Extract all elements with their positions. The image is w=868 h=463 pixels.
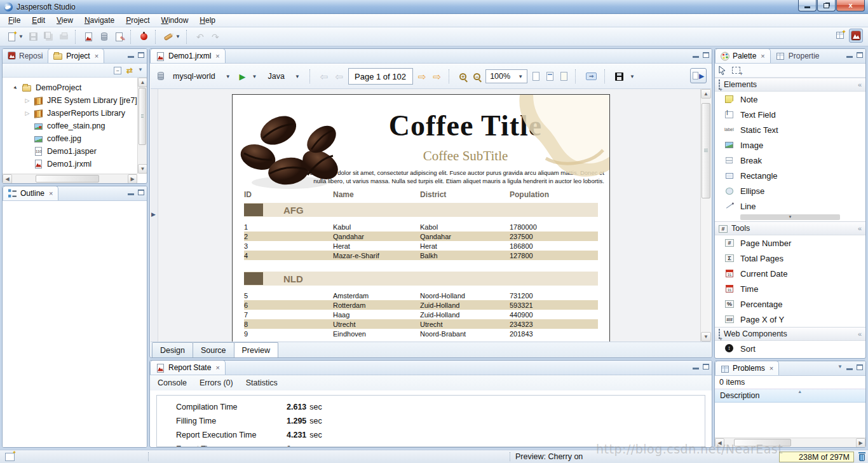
editor-tab-design[interactable]: Design: [152, 342, 193, 357]
restore-button[interactable]: [817, 0, 836, 11]
maximize-view-icon[interactable]: [703, 364, 709, 370]
report-state-link-console[interactable]: Console: [158, 378, 187, 387]
palette-section-elements[interactable]: Elements«: [715, 78, 865, 92]
palette-item-static-text[interactable]: labelStatic Text: [715, 122, 865, 137]
zoom-in-button[interactable]: +: [458, 69, 468, 84]
palette-item-rectangle[interactable]: Rectangle: [715, 168, 865, 183]
close-tab-icon[interactable]: ×: [49, 190, 53, 197]
project-tree-hscrollbar[interactable]: ◀ ▶: [3, 174, 137, 183]
minimize-view-icon[interactable]: [846, 364, 853, 370]
tab-report-state[interactable]: Report State ×: [150, 360, 226, 375]
project-tree-vscrollbar[interactable]: ▲ ▼: [137, 78, 147, 174]
datasource-select[interactable]: mysql-world ▼: [169, 70, 234, 83]
marquee-select-icon[interactable]: [732, 67, 740, 74]
palette-item-page-x-of-y[interactable]: #/#Page X of Y: [715, 312, 865, 327]
problems-description-header[interactable]: Description ▲: [715, 389, 865, 403]
tab-project-explorer[interactable]: Project ×: [48, 48, 104, 63]
menu-edit[interactable]: Edit: [26, 15, 51, 26]
tree-item[interactable]: ▷JasperReports Library: [3, 107, 137, 120]
tree-twistie-icon[interactable]: ▷: [24, 97, 31, 104]
minimize-view-icon[interactable]: [693, 52, 699, 58]
tab-problems[interactable]: Problems ×: [715, 361, 779, 375]
run-report-button[interactable]: ▶: [238, 69, 248, 84]
close-tab-icon[interactable]: ×: [761, 52, 764, 60]
run-options-icon[interactable]: ▼: [252, 74, 257, 79]
show-parameters-button[interactable]: ▶: [690, 68, 707, 83]
menu-navigate[interactable]: Navigate: [79, 15, 120, 26]
save-report-button[interactable]: [613, 69, 625, 84]
palette-scroll-hint[interactable]: ▾: [740, 214, 840, 220]
fast-view-icon[interactable]: [5, 453, 15, 461]
tab-properties[interactable]: Propertie: [771, 48, 825, 63]
link-with-editor-icon[interactable]: ⇄: [126, 66, 133, 75]
close-tab-icon[interactable]: ×: [215, 364, 219, 371]
minimize-button[interactable]: [798, 0, 817, 11]
last-page-button[interactable]: ⇨: [431, 69, 444, 84]
maximize-view-icon[interactable]: [857, 364, 863, 370]
minimize-view-icon[interactable]: [128, 52, 134, 58]
redo-button[interactable]: ↷: [208, 29, 222, 45]
palette-item-total-pages[interactable]: ΣTotal Pages: [715, 251, 865, 266]
tree-item[interactable]: Demo1.jasper: [3, 145, 137, 158]
page-indicator-input[interactable]: [355, 72, 407, 81]
palette-item-sort[interactable]: ↕Sort: [715, 341, 865, 356]
minimize-view-icon[interactable]: [693, 364, 699, 370]
canvas-vscrollbar[interactable]: ▲ ▼: [700, 89, 711, 342]
collapse-all-icon[interactable]: −: [114, 67, 121, 74]
view-menu-icon[interactable]: ▼: [837, 364, 843, 370]
report-state-link-errors[interactable]: Errors (0): [200, 378, 233, 387]
style-pen-button[interactable]: ▼: [162, 29, 182, 45]
save-options-icon[interactable]: ▼: [630, 74, 635, 79]
tab-outline[interactable]: Outline ×: [3, 186, 58, 200]
tab-repository-explorer[interactable]: Reposi: [3, 48, 48, 63]
menu-window[interactable]: Window: [156, 15, 194, 26]
fit-page-button[interactable]: [531, 69, 541, 84]
zoom-out-button[interactable]: −: [471, 69, 482, 84]
chevron-down-icon[interactable]: ▼: [175, 34, 180, 39]
export-report-button[interactable]: ⇒: [584, 69, 599, 84]
tab-editor-demo1[interactable]: Demo1.jrxml ×: [150, 48, 226, 63]
jaspersoft-perspective-button[interactable]: [849, 29, 863, 43]
tree-twistie-icon[interactable]: ▷: [24, 110, 31, 116]
menu-view[interactable]: View: [51, 15, 79, 26]
debug-button[interactable]: [137, 29, 151, 45]
view-menu-icon[interactable]: ▼: [138, 67, 143, 73]
zoom-level-select[interactable]: 100% ▼: [485, 69, 527, 83]
maximize-view-icon[interactable]: [138, 52, 144, 58]
close-button[interactable]: x: [836, 0, 865, 11]
save-all-button[interactable]: [42, 29, 56, 45]
palette-item-note[interactable]: Note: [715, 92, 865, 107]
save-button[interactable]: [27, 29, 41, 45]
page-indicator-field[interactable]: [348, 68, 413, 85]
print-button[interactable]: [57, 29, 71, 45]
palette-item-image[interactable]: Image: [715, 137, 865, 153]
pin-icon[interactable]: «: [858, 225, 862, 232]
first-page-button[interactable]: ⇦: [318, 69, 330, 84]
palette-item-percentage[interactable]: %Percentage: [715, 296, 865, 312]
select-cursor-icon[interactable]: [718, 66, 727, 75]
report-edit-button[interactable]: ✎: [112, 29, 126, 45]
next-page-button[interactable]: ⇨: [416, 69, 428, 84]
palette-item-text-field[interactable]: Text Field: [715, 107, 865, 122]
palette-item-time[interactable]: 31Time: [715, 281, 865, 296]
palette-section-tools[interactable]: #Tools«: [715, 221, 865, 235]
tree-item[interactable]: coffee.jpg: [3, 132, 137, 145]
garbage-collect-icon[interactable]: [858, 452, 866, 462]
minimize-view-icon[interactable]: [128, 190, 134, 195]
undo-button[interactable]: ↶: [193, 29, 207, 45]
palette-item-line[interactable]: Line: [715, 198, 865, 214]
maximize-view-icon[interactable]: [138, 190, 144, 195]
tab-palette[interactable]: Palette ×: [715, 48, 771, 63]
parameters-expander[interactable]: ▶: [151, 89, 158, 342]
menu-help[interactable]: Help: [194, 15, 221, 26]
palette-section-web-components[interactable]: Web Components«: [715, 327, 865, 341]
fit-width-button[interactable]: [545, 69, 555, 84]
tree-item[interactable]: ▸DemoProject: [3, 81, 137, 94]
close-tab-icon[interactable]: ×: [215, 52, 219, 60]
palette-item-current-date[interactable]: 31Current Date: [715, 266, 865, 281]
heap-status[interactable]: 238M of 297M: [779, 452, 854, 462]
report-image-button[interactable]: [82, 29, 96, 45]
editor-tab-preview[interactable]: Preview: [234, 342, 278, 357]
palette-item-page-number[interactable]: #Page Number: [715, 235, 865, 251]
palette-item-ellipse[interactable]: Ellipse: [715, 183, 865, 198]
